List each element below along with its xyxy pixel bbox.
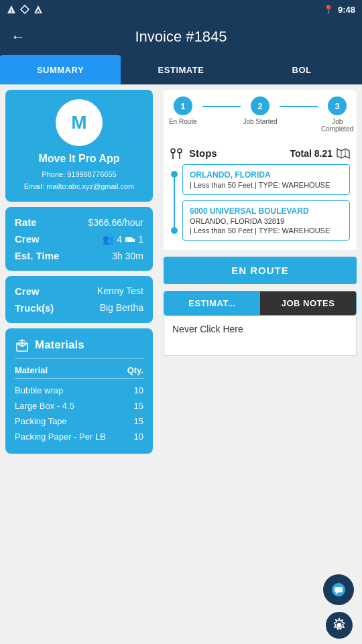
qty-col-header: Qty. <box>127 365 143 375</box>
crew-icon: 👥 <box>103 234 114 245</box>
tab-bar: SUMMARY ESTIMATE BOL <box>0 55 362 84</box>
stop-detail-2: | Less than 50 Feet | TYPE: WAREHOUSE <box>190 227 343 235</box>
sub-tab-jobnotes[interactable]: JOB NOTES <box>260 292 356 315</box>
diamond-icon <box>20 5 29 14</box>
step-label-2: Job Started <box>243 118 277 125</box>
crew-icons: 👥 4 1 <box>103 234 143 245</box>
stops-line <box>174 172 175 233</box>
svg-rect-19 <box>335 587 343 592</box>
left-panel: M Move It Pro App Phone: 919988776655 Em… <box>0 84 158 644</box>
svg-text:!: ! <box>11 8 13 14</box>
stop-dot-1 <box>171 171 178 178</box>
stop-subtitle-2: ORLANDO, FLORIDA 32819 <box>190 217 343 225</box>
chat-fab-button[interactable] <box>323 574 354 605</box>
material-name-1: Bubble wrap <box>15 385 63 395</box>
settings-fab-button[interactable] <box>326 612 353 639</box>
map-icon <box>337 148 350 159</box>
warning-icon-1: ! <box>7 5 16 14</box>
sub-tab-estimate[interactable]: ESTIMAT... <box>164 292 260 315</box>
step-circle-3: 3 <box>328 96 347 115</box>
status-bar: ! A 📍 9:48 <box>0 0 362 19</box>
est-time-value: 3h 30m <box>112 251 143 261</box>
stop-card-2: 6000 UNIVERSAL BOULEVARD ORLANDO, FLORID… <box>182 200 350 241</box>
crew-row: Crew 👥 4 1 <box>15 233 143 245</box>
profile-phone: Phone: 919988776655 <box>42 169 116 181</box>
step-circle-2: 2 <box>251 96 269 115</box>
step-connector-2 <box>280 106 318 107</box>
stop-title-1: ORLANDO, FLORIDA <box>190 170 343 180</box>
material-row-4: Packing Paper - Per LB 10 <box>15 429 143 444</box>
svg-point-8 <box>132 241 134 243</box>
truck-name-row: Truck(s) Big Bertha <box>15 302 143 314</box>
rate-value: $366.66/hour <box>88 217 143 228</box>
stops-total: Total 8.21 <box>290 148 333 159</box>
stops-list: ORLANDO, FLORIDA | Less than 50 Feet | T… <box>170 164 350 241</box>
rate-card: Rate $366.66/hour Crew 👥 4 1 <box>5 207 153 271</box>
header: ← Invoice #1845 <box>0 19 362 55</box>
truck-value: Big Bertha <box>100 302 143 314</box>
box-icon <box>15 338 29 352</box>
material-row-2: Large Box - 4.5 15 <box>15 398 143 413</box>
progress-steps: 1 En Route 2 Job Started 3 Job Completed <box>164 90 357 142</box>
stops-title: Stops <box>170 147 217 159</box>
svg-point-13 <box>178 149 182 153</box>
step-2: 2 Job Started <box>241 96 280 125</box>
right-panel: 1 En Route 2 Job Started 3 Job Completed <box>158 84 362 644</box>
step-label-1: En Route <box>169 118 197 125</box>
materials-table-header: Material Qty. <box>15 365 143 379</box>
location-icon: 📍 <box>323 5 334 15</box>
rate-label: Rate <box>15 216 37 228</box>
svg-point-7 <box>127 241 129 243</box>
back-button[interactable]: ← <box>11 28 25 46</box>
stop-dot-2 <box>171 227 178 234</box>
stops-header: Stops Total 8.21 <box>170 147 350 159</box>
step-circle-1: 1 <box>174 96 192 115</box>
material-qty-3: 15 <box>134 416 143 426</box>
en-route-button[interactable]: EN ROUTE <box>164 257 357 284</box>
stop-title-2: 6000 UNIVERSAL BOULEVARD <box>190 206 343 216</box>
warning-icon-2: A <box>34 5 43 14</box>
tab-summary[interactable]: SUMMARY <box>0 55 121 84</box>
truck-count: 1 <box>138 234 143 245</box>
tab-estimate[interactable]: ESTIMATE <box>121 55 241 84</box>
materials-header: Materials <box>15 338 143 359</box>
crew-card-label: Crew <box>15 285 40 297</box>
step-connector-1 <box>202 106 241 107</box>
stop-detail-1: | Less than 50 Feet | TYPE: WAREHOUSE <box>190 181 343 189</box>
truck-icon <box>125 234 135 245</box>
crew-card: Crew Kenny Test Truck(s) Big Bertha <box>5 276 153 323</box>
material-name-3: Packing Tape <box>15 416 67 426</box>
status-bar-left: ! A <box>7 5 43 14</box>
stops-icon <box>170 148 185 159</box>
stops-section: Stops Total 8.21 ORLANDO, <box>164 142 357 250</box>
profile-card: M Move It Pro App Phone: 919988776655 Em… <box>5 90 153 202</box>
chat-icon <box>330 582 347 598</box>
materials-card: Materials Material Qty. Bubble wrap 10 L… <box>5 328 153 454</box>
est-time-label: Est. Time <box>15 250 59 261</box>
material-row-1: Bubble wrap 10 <box>15 383 143 398</box>
svg-rect-5 <box>125 237 132 242</box>
status-time: 9:48 <box>338 5 355 15</box>
main-content: M Move It Pro App Phone: 919988776655 Em… <box>0 84 362 644</box>
stop-card-1: ORLANDO, FLORIDA | Less than 50 Feet | T… <box>182 164 350 195</box>
material-row-3: Packing Tape 15 <box>15 413 143 429</box>
material-qty-1: 10 <box>134 385 143 395</box>
crew-label: Crew <box>15 233 40 245</box>
status-bar-right: 📍 9:48 <box>323 5 355 15</box>
avatar: M <box>56 99 103 146</box>
material-col-header: Material <box>15 365 48 375</box>
material-name-4: Packing Paper - Per LB <box>15 432 106 442</box>
step-1: 1 En Route <box>164 96 202 125</box>
est-time-row: Est. Time 3h 30m <box>15 250 143 261</box>
svg-text:A: A <box>36 8 40 14</box>
profile-email: Email: mailto:abc.xyz@gmail.com <box>24 181 135 193</box>
material-name-2: Large Box - 4.5 <box>15 401 74 411</box>
svg-marker-2 <box>21 5 29 13</box>
notes-area: Never Click Here <box>164 316 357 356</box>
crew-count: 4 <box>117 234 122 245</box>
crew-card-value: Kenny Test <box>97 285 143 297</box>
tab-bol[interactable]: BOL <box>241 55 362 84</box>
materials-title: Materials <box>35 338 84 352</box>
stops-label: Stops <box>189 147 217 159</box>
rate-row: Rate $366.66/hour <box>15 216 143 228</box>
